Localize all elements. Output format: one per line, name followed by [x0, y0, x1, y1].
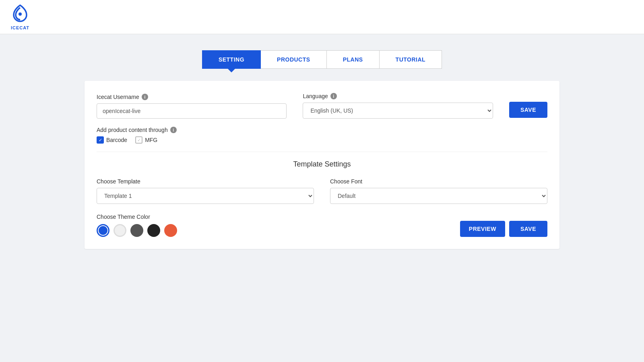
color-swatch-blue[interactable]	[97, 224, 109, 237]
template-group: Choose Template Template 1Template 2Temp…	[97, 178, 314, 204]
username-group: Icecat Username i	[97, 94, 287, 119]
tab-products[interactable]: PRODUCTS	[261, 50, 327, 69]
barcode-checkbox-item[interactable]: ✓ Barcode	[97, 136, 127, 144]
font-select[interactable]: DefaultArialTimes New Roman	[330, 188, 547, 204]
save-button-top[interactable]: SAVE	[509, 102, 547, 118]
settings-card: Icecat Username i Language i English (UK…	[85, 81, 559, 249]
language-select[interactable]: English (UK, US)GermanFrenchSpanish	[303, 103, 493, 119]
bottom-row: Choose Theme Color PREVIEW SAVE	[97, 214, 547, 237]
add-product-info-icon[interactable]: i	[170, 127, 177, 133]
tab-plans[interactable]: PLANS	[327, 50, 380, 69]
font-label: Choose Font	[330, 178, 547, 185]
header: ICECAT	[0, 0, 644, 34]
template-font-row: Choose Template Template 1Template 2Temp…	[97, 178, 547, 204]
username-input[interactable]	[97, 103, 287, 119]
color-swatches	[97, 224, 177, 237]
save-button-template[interactable]: SAVE	[509, 221, 547, 237]
logo: ICECAT	[10, 4, 31, 30]
add-product-section: Add product content through i ✓ Barcode …	[97, 127, 547, 144]
checkbox-row: ✓ Barcode ✓ MFG	[97, 136, 547, 144]
color-swatch-dark-gray[interactable]	[130, 224, 143, 237]
color-label: Choose Theme Color	[97, 214, 177, 220]
template-label: Choose Template	[97, 178, 314, 185]
template-select[interactable]: Template 1Template 2Template 3	[97, 188, 314, 204]
color-swatch-orange-red[interactable]	[164, 224, 177, 237]
barcode-label: Barcode	[106, 137, 127, 143]
tabs-container: SETTING PRODUCTS PLANS TUTORIAL	[202, 50, 442, 69]
add-product-label: Add product content through i	[97, 127, 547, 133]
mfg-checkbox-item[interactable]: ✓ MFG	[135, 136, 157, 144]
preview-button[interactable]: PREVIEW	[460, 221, 505, 237]
color-swatch-black[interactable]	[147, 224, 160, 237]
template-settings-title: Template Settings	[97, 160, 547, 169]
mfg-checkbox-icon: ✓	[135, 136, 142, 144]
tab-tutorial[interactable]: TUTORIAL	[380, 50, 442, 69]
divider	[97, 152, 547, 152]
barcode-checkbox-icon: ✓	[97, 136, 104, 144]
svg-point-0	[19, 12, 22, 16]
color-swatch-white[interactable]	[114, 224, 126, 237]
main-content: SETTING PRODUCTS PLANS TUTORIAL Icecat U…	[0, 34, 644, 265]
language-label: Language i	[303, 93, 493, 99]
color-section: Choose Theme Color	[97, 214, 177, 237]
template-button-group: PREVIEW SAVE	[460, 221, 547, 237]
tab-setting[interactable]: SETTING	[202, 50, 261, 69]
icecat-logo-icon	[10, 4, 31, 25]
mfg-label: MFG	[145, 137, 157, 143]
username-info-icon[interactable]: i	[142, 94, 148, 100]
username-label: Icecat Username i	[97, 94, 287, 100]
font-group: Choose Font DefaultArialTimes New Roman	[330, 178, 547, 204]
logo-text: ICECAT	[11, 25, 29, 30]
language-info-icon[interactable]: i	[330, 93, 337, 99]
language-group: Language i English (UK, US)GermanFrenchS…	[303, 93, 493, 119]
